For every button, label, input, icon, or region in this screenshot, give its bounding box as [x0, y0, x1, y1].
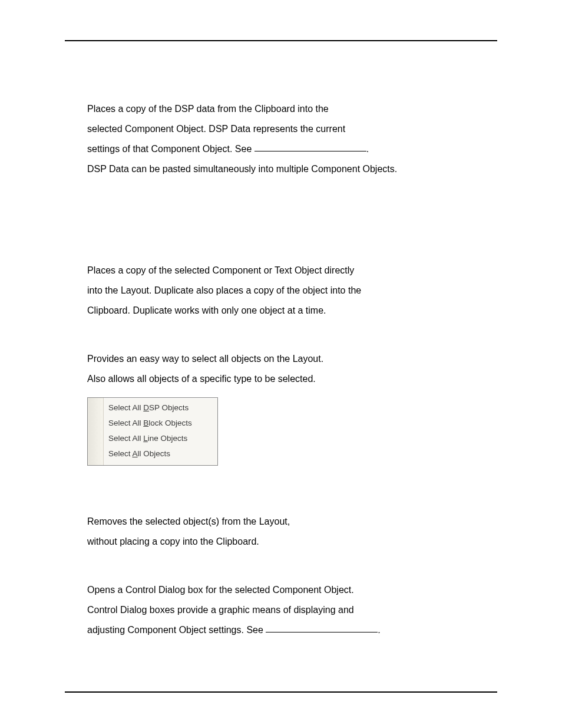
text-line: selected Component Object. DSP Data repr… [87, 119, 475, 139]
menu-text-pre: Select All [108, 419, 143, 427]
text-line: into the Layout. Duplicate also places a… [87, 281, 475, 301]
text-line: DSP Data can be pasted simultaneously in… [87, 159, 475, 179]
text-line: Removes the selected object(s) from the … [87, 512, 475, 532]
text-fragment: adjusting Component Object settings. See [87, 625, 266, 635]
menu-item-select-all-line[interactable]: Select All Line Objects [108, 431, 211, 446]
text-fragment: . [378, 625, 380, 635]
menu-text-post: SP Objects [149, 403, 189, 412]
menu-text-pre: Select [108, 449, 133, 458]
menu-item-select-all-block[interactable]: Select All Block Objects [108, 416, 211, 431]
section-select-all: Provides an easy way to select all objec… [87, 349, 475, 466]
menu-accelerator: D [143, 403, 149, 412]
text-fragment: . [366, 144, 369, 154]
text-line: Also allows all objects of a specific ty… [87, 369, 475, 389]
spacer [87, 494, 475, 512]
section-paste-dsp: Places a copy of the DSP data from the C… [87, 99, 475, 179]
text-line: Provides an easy way to select all objec… [87, 349, 475, 369]
text-line: Opens a Control Dialog box for the selec… [87, 580, 475, 600]
text-line: Control Dialog boxes provide a graphic m… [87, 600, 475, 620]
text-line: settings of that Component Object. See . [87, 139, 475, 159]
section-control-dialog: Opens a Control Dialog box for the selec… [87, 580, 475, 640]
section-duplicate: Places a copy of the selected Component … [87, 261, 475, 321]
menu-item-select-all-objects[interactable]: Select All Objects [108, 446, 211, 462]
paragraph: Opens a Control Dialog box for the selec… [87, 580, 475, 640]
content-area: Places a copy of the DSP data from the C… [87, 99, 475, 668]
cross-reference-link[interactable] [266, 632, 378, 633]
paragraph: Removes the selected object(s) from the … [87, 512, 475, 552]
menu-item-select-all-dsp[interactable]: Select All DSP Objects [108, 400, 211, 416]
menu-icon-gutter [88, 398, 104, 465]
menu-items-list: Select All DSP Objects Select All Block … [104, 398, 217, 465]
paragraph: Places a copy of the selected Component … [87, 261, 475, 321]
menu-text-post: ll Objects [138, 449, 171, 458]
cross-reference-link[interactable] [254, 151, 366, 151]
menu-text-pre: Select All [108, 403, 143, 412]
spacer [87, 207, 475, 261]
menu-accelerator: L [143, 434, 148, 443]
section-delete: Removes the selected object(s) from the … [87, 512, 475, 552]
document-page: Places a copy of the DSP data from the C… [0, 0, 562, 728]
menu-accelerator: B [143, 419, 148, 427]
footer-rule [65, 691, 497, 693]
paragraph: Places a copy of the DSP data from the C… [87, 99, 475, 179]
paragraph: Provides an easy way to select all objec… [87, 349, 475, 389]
header-rule [65, 40, 497, 41]
menu-text-pre: Select All [108, 434, 143, 443]
menu-text-post: lock Objects [148, 419, 192, 427]
select-all-submenu: Select All DSP Objects Select All Block … [87, 397, 218, 466]
text-line: adjusting Component Object settings. See… [87, 620, 475, 640]
text-fragment: settings of that Component Object. See [87, 144, 254, 154]
text-line: without placing a copy into the Clipboar… [87, 532, 475, 552]
menu-text-post: ine Objects [148, 434, 188, 443]
text-line: Places a copy of the DSP data from the C… [87, 99, 475, 119]
text-line: Clipboard. Duplicate works with only one… [87, 301, 475, 321]
text-line: Places a copy of the selected Component … [87, 261, 475, 281]
menu-accelerator: A [133, 449, 138, 458]
